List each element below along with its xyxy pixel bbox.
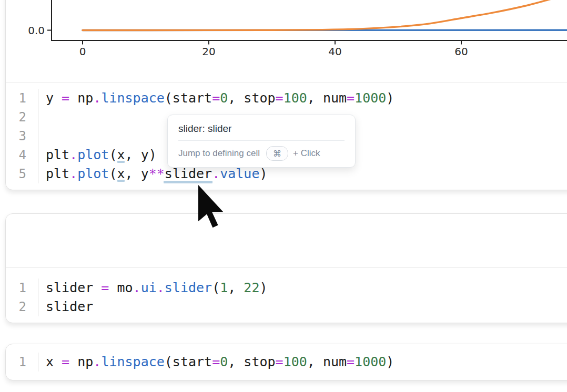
svg-text:0.0: 0.0 — [28, 24, 45, 37]
code-text — [38, 127, 46, 146]
reactive-variable: x — [117, 147, 125, 162]
code-line[interactable]: 1x = np.linspace(start=0, stop=100, num=… — [6, 353, 567, 372]
line-number: 1 — [6, 278, 38, 297]
line-number: 2 — [6, 297, 38, 316]
svg-text:0: 0 — [79, 45, 86, 58]
line-number: 4 — [6, 146, 38, 164]
notebook: 0.00204060 1y = np.linspace(start=0, sto… — [0, 0, 567, 392]
code-editor[interactable]: 1slider = mo.ui.slider(1, 22)2slider — [6, 268, 567, 316]
code-line[interactable]: 1y = np.linspace(start=0, stop=100, num=… — [6, 89, 567, 108]
mouse-cursor-icon — [198, 185, 224, 228]
svg-text:60: 60 — [454, 45, 468, 58]
code-line[interactable]: 1slider = mo.ui.slider(1, 22) — [6, 278, 567, 297]
line-number: 3 — [6, 127, 38, 146]
tooltip-divider — [178, 140, 345, 141]
code-editor[interactable]: 1x = np.linspace(start=0, stop=100, num=… — [6, 344, 567, 372]
cell-x: 1x = np.linspace(start=0, stop=100, num=… — [5, 344, 567, 380]
variable-tooltip: slider: slider Jump to defining cell ⌘ +… — [167, 115, 356, 168]
line-number: 1 — [6, 89, 38, 108]
code-text: x = np.linspace(start=0, stop=100, num=1… — [38, 353, 394, 372]
tooltip-title: slider: slider — [178, 122, 345, 135]
svg-text:40: 40 — [328, 45, 341, 58]
reactive-variable: x — [117, 166, 125, 181]
code-text: y = np.linspace(start=0, stop=100, num=1… — [38, 89, 394, 108]
tooltip-suffix: + Click — [293, 148, 320, 159]
code-text: slider = mo.ui.slider(1, 22) — [38, 278, 268, 297]
code-text: plt.plot(x, y) — [38, 146, 157, 164]
code-text — [38, 108, 46, 127]
matplotlib-figure: 0.00204060 — [6, 0, 567, 81]
svg-text:20: 20 — [202, 45, 215, 58]
code-line[interactable]: 2slider — [6, 297, 567, 316]
tooltip-hint: Jump to defining cell — [178, 148, 260, 159]
line-number: 5 — [6, 164, 38, 183]
code-text: slider — [38, 297, 93, 316]
cmd-key-badge: ⌘ — [266, 146, 288, 161]
reactive-variable: slider — [165, 166, 212, 181]
cell-slider: 1slider = mo.ui.slider(1, 22)2slider — [5, 213, 567, 323]
line-number: 2 — [6, 108, 38, 127]
line-number: 1 — [6, 353, 38, 372]
